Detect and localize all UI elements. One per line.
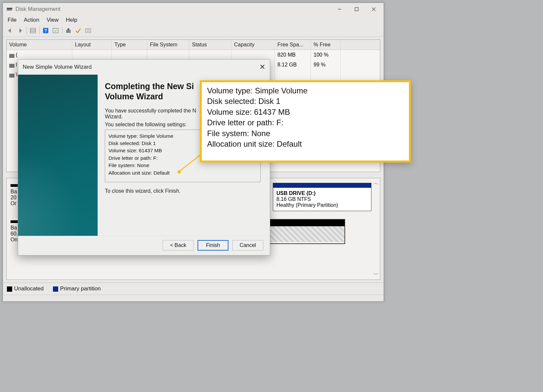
toolbar: ? bbox=[3, 26, 384, 37]
svg-rect-18 bbox=[9, 54, 14, 58]
cell-pct: 99 % bbox=[311, 60, 341, 70]
finish-button[interactable]: Finish bbox=[198, 240, 228, 251]
statusbar bbox=[3, 295, 384, 301]
callout-line: Volume size: 61437 MB bbox=[207, 107, 404, 117]
cancel-button[interactable]: Cancel bbox=[232, 240, 263, 251]
col-type[interactable]: Type bbox=[112, 40, 147, 50]
callout-line: Allocation unit size: Default bbox=[207, 139, 404, 149]
back-icon[interactable] bbox=[6, 26, 15, 35]
menu-action[interactable]: Action bbox=[24, 17, 39, 23]
callout-line: Disk selected: Disk 1 bbox=[207, 96, 404, 107]
properties-icon[interactable] bbox=[64, 26, 73, 35]
cell-free: 820 MB bbox=[275, 50, 311, 60]
app-icon bbox=[6, 6, 13, 12]
help-icon[interactable]: ? bbox=[41, 26, 50, 35]
table-row[interactable]: ( 820 MB 100 % bbox=[7, 50, 380, 60]
svg-rect-1 bbox=[7, 8, 12, 9]
cell-pct: 100 % bbox=[311, 50, 341, 60]
window-title: Disk Management bbox=[15, 6, 331, 12]
refresh-icon[interactable] bbox=[51, 26, 60, 35]
col-volume[interactable]: Volume bbox=[7, 40, 72, 50]
menu-view[interactable]: View bbox=[47, 17, 59, 23]
callout-line: File system: None bbox=[207, 128, 404, 139]
partition-size: 8.16 GB NTFS bbox=[276, 196, 311, 202]
forward-icon[interactable] bbox=[15, 26, 25, 35]
cell-free: 8.12 GB bbox=[275, 60, 311, 70]
legend-unallocated: Unallocated bbox=[14, 285, 44, 292]
setting-line: Allocation unit size: Default bbox=[108, 169, 257, 177]
col-status[interactable]: Status bbox=[189, 40, 231, 50]
svg-rect-4 bbox=[355, 8, 358, 11]
menu-file[interactable]: File bbox=[8, 17, 16, 23]
svg-text:?: ? bbox=[44, 28, 47, 33]
wizard-hero-image bbox=[18, 75, 98, 236]
legend-swatch-primary bbox=[53, 286, 58, 292]
svg-point-2 bbox=[11, 9, 12, 10]
svg-rect-7 bbox=[30, 28, 35, 33]
titlebar[interactable]: Disk Management bbox=[3, 3, 384, 15]
scroll-down-icon[interactable]: ﹀ bbox=[373, 271, 379, 278]
close-button[interactable] bbox=[365, 4, 382, 15]
back-button[interactable]: < Back bbox=[163, 240, 194, 251]
table-header: Volume Layout Type File System Status Ca… bbox=[7, 40, 380, 50]
legend-swatch-unallocated bbox=[7, 286, 12, 292]
table-view-icon[interactable] bbox=[28, 26, 37, 35]
svg-rect-12 bbox=[53, 28, 58, 33]
svg-rect-15 bbox=[85, 29, 91, 33]
annotation-callout: Volume type: Simple Volume Disk selected… bbox=[200, 80, 411, 162]
wizard-close-button[interactable]: ✕ bbox=[259, 63, 265, 71]
wizard-title: New Simple Volume Wizard bbox=[23, 64, 92, 70]
col-capacity[interactable]: Capacity bbox=[231, 40, 275, 50]
partition-block[interactable]: USB DRIVE (D:) 8.16 GB NTFS Healthy (Pri… bbox=[273, 183, 371, 211]
maximize-button[interactable] bbox=[348, 4, 365, 15]
scroll-up-icon[interactable]: ︿ bbox=[373, 180, 379, 186]
minimize-button[interactable] bbox=[331, 4, 348, 15]
settings-icon[interactable] bbox=[83, 26, 93, 35]
svg-rect-20 bbox=[9, 74, 14, 78]
legend-primary: Primary partition bbox=[60, 285, 101, 292]
partition-name: USB DRIVE (D:) bbox=[276, 190, 316, 196]
wizard-close-hint: To close this wizard, click Finish. bbox=[105, 188, 261, 194]
legend: Unallocated Primary partition bbox=[3, 282, 384, 295]
col-layout[interactable]: Layout bbox=[72, 40, 112, 50]
callout-line: Drive letter or path: F: bbox=[207, 117, 404, 128]
partition-status: Healthy (Primary Partition) bbox=[276, 202, 338, 208]
callout-line: Volume type: Simple Volume bbox=[207, 86, 404, 96]
col-freespace[interactable]: Free Spa... bbox=[275, 40, 311, 50]
menubar: File Action View Help bbox=[3, 15, 384, 26]
svg-rect-13 bbox=[66, 30, 71, 33]
menu-help[interactable]: Help bbox=[66, 17, 77, 23]
col-filesystem[interactable]: File System bbox=[147, 40, 189, 50]
svg-point-14 bbox=[67, 28, 69, 30]
check-icon[interactable] bbox=[74, 26, 83, 35]
svg-rect-19 bbox=[9, 64, 14, 68]
col-pctfree[interactable]: % Free bbox=[311, 40, 341, 50]
